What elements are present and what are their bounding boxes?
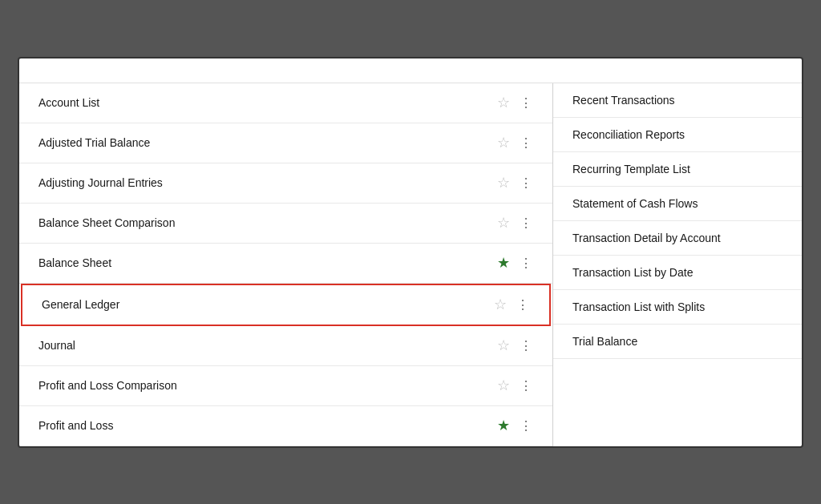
report-label-reconciliation-reports: Reconciliation Reports [572,128,685,141]
report-label-profit-loss: Profit and Loss [38,419,497,432]
star-empty-icon[interactable]: ☆ [497,377,510,394]
list-item-transaction-list-with-splits[interactable]: Transaction List with Splits [553,290,802,325]
list-item-adjusting-journal-entries[interactable]: Adjusting Journal Entries☆⋮ [19,163,552,204]
report-label-recent-transactions: Recent Transactions [572,94,675,107]
report-label-transaction-list-with-splits: Transaction List with Splits [572,300,705,313]
list-item-transaction-list-by-date[interactable]: Transaction List by Date [553,256,802,290]
list-item-profit-loss[interactable]: Profit and Loss★⋮ [19,406,552,446]
list-item-general-ledger[interactable]: General Ledger☆⋮ [21,284,551,326]
report-label-statement-of-cash-flows: Statement of Cash Flows [572,197,698,210]
more-options-icon[interactable]: ⋮ [516,377,536,395]
report-label-profit-loss-comparison: Profit and Loss Comparison [38,379,497,392]
report-label-transaction-list-by-date: Transaction List by Date [572,266,693,279]
more-options-icon[interactable]: ⋮ [516,337,536,355]
list-item-journal[interactable]: Journal☆⋮ [19,326,552,366]
more-options-icon[interactable]: ⋮ [513,296,533,314]
list-item-trial-balance[interactable]: Trial Balance [553,325,802,359]
list-item-recurring-template-list[interactable]: Recurring Template List [553,152,802,187]
star-empty-icon[interactable]: ☆ [497,94,510,111]
list-item-balance-sheet-comparison[interactable]: Balance Sheet Comparison☆⋮ [19,204,552,244]
right-report-list: Recent TransactionsReconciliation Report… [553,83,802,446]
star-filled-icon[interactable]: ★ [497,254,510,272]
more-options-icon[interactable]: ⋮ [516,254,536,272]
list-item-adjusted-trial-balance[interactable]: Adjusted Trial Balance☆⋮ [19,123,552,163]
more-options-icon[interactable]: ⋮ [516,94,536,112]
report-label-transaction-detail-by-account: Transaction Detail by Account [572,232,721,244]
star-empty-icon[interactable]: ☆ [494,296,507,313]
list-item-reconciliation-reports[interactable]: Reconciliation Reports [553,118,802,152]
more-options-icon[interactable]: ⋮ [516,134,536,152]
left-report-list: Account List☆⋮Adjusted Trial Balance☆⋮Ad… [19,83,553,446]
list-item-account-list[interactable]: Account List☆⋮ [19,83,552,123]
list-item-statement-of-cash-flows[interactable]: Statement of Cash Flows [553,187,802,221]
star-empty-icon[interactable]: ☆ [497,174,510,192]
more-options-icon[interactable]: ⋮ [516,417,536,435]
report-label-account-list: Account List [38,96,497,109]
report-label-trial-balance: Trial Balance [572,335,637,348]
report-label-balance-sheet-comparison: Balance Sheet Comparison [38,216,497,229]
list-item-transaction-detail-by-account[interactable]: Transaction Detail by Account [553,221,802,256]
more-options-icon[interactable]: ⋮ [516,174,536,192]
report-label-adjusted-trial-balance: Adjusted Trial Balance [38,136,497,149]
report-label-journal: Journal [38,339,497,352]
report-label-balance-sheet: Balance Sheet [38,256,497,269]
section-header [19,58,802,83]
report-label-general-ledger: General Ledger [42,298,494,311]
report-label-adjusting-journal-entries: Adjusting Journal Entries [38,176,497,189]
list-item-recent-transactions[interactable]: Recent Transactions [553,83,802,118]
list-item-balance-sheet[interactable]: Balance Sheet★⋮ [19,244,552,284]
star-empty-icon[interactable]: ☆ [497,337,510,354]
star-empty-icon[interactable]: ☆ [497,134,510,151]
more-options-icon[interactable]: ⋮ [516,214,536,232]
report-label-recurring-template-list: Recurring Template List [572,163,690,175]
main-window: Account List☆⋮Adjusted Trial Balance☆⋮Ad… [18,57,803,448]
star-empty-icon[interactable]: ☆ [497,214,510,232]
list-item-profit-loss-comparison[interactable]: Profit and Loss Comparison☆⋮ [19,366,552,406]
star-filled-icon[interactable]: ★ [497,417,510,434]
content-area: Account List☆⋮Adjusted Trial Balance☆⋮Ad… [19,83,802,446]
